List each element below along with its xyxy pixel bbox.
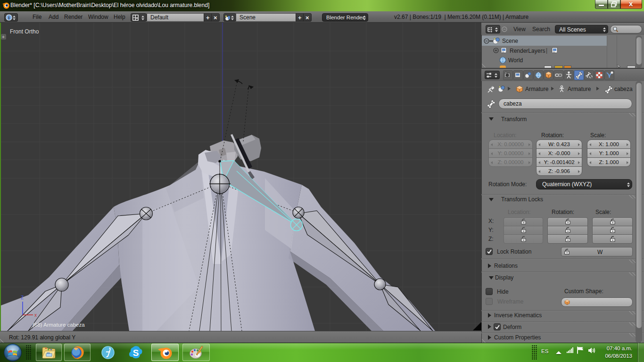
svg-text:+: +: [2, 34, 5, 40]
svg-text:Z: Z: [21, 295, 24, 300]
svg-text:(68) Armature cabeza: (68) Armature cabeza: [33, 322, 85, 328]
svg-text:S: S: [133, 348, 139, 358]
svg-text:Front Ortho: Front Ortho: [10, 28, 39, 35]
svg-text:x: x: [34, 313, 37, 318]
svg-text:i: i: [8, 15, 10, 20]
